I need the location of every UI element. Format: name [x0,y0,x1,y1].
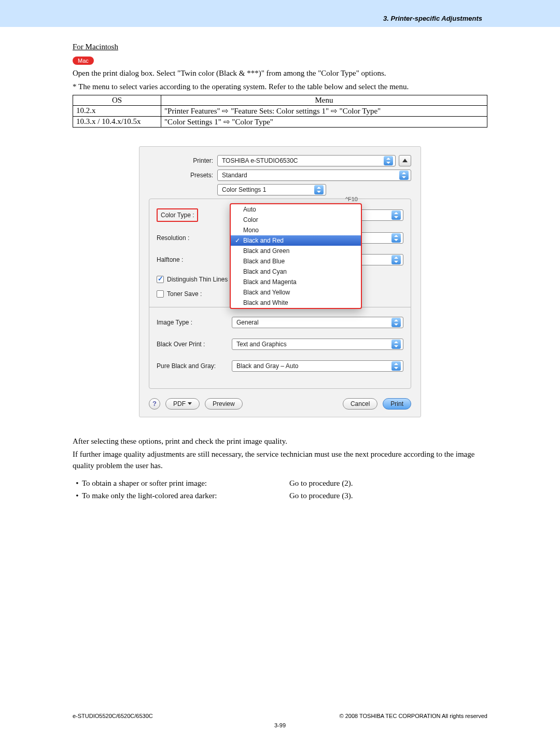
menu-item[interactable]: Black and Magenta [231,277,361,287]
menu-item[interactable]: Black and Blue [231,256,361,266]
chevron-updown-icon [391,210,401,220]
pure-black-gray-select[interactable]: Black and Gray – Auto [232,360,403,372]
menu-item[interactable]: Black and Green [231,246,361,256]
header-section-title: 3. Printer-specific Adjustments [383,15,482,22]
presets-select[interactable]: Standard [217,170,411,181]
panel-section-value: Color Settings 1 [222,186,266,193]
procedure-row: • To make only the light-colored area da… [73,489,487,502]
cancel-button[interactable]: Cancel [343,398,377,410]
page-footer: e-STUDIO5520C/6520C/6530C © 2008 TOSHIBA… [0,713,560,728]
after-p2: If further image quality adjustments are… [73,449,487,472]
printer-label: Printer: [149,157,217,164]
image-type-select[interactable]: General [232,317,403,328]
menu-item[interactable]: Black and White [231,298,361,308]
halftone-label: Halftone : [157,256,232,263]
chevron-updown-icon [391,318,401,327]
chevron-updown-icon [391,255,401,264]
menu-item[interactable]: Mono [231,225,361,235]
menu-item[interactable]: Color [231,215,361,225]
image-type-label: Image Type : [157,319,232,326]
printer-select[interactable]: TOSHIBA e-STUDIO6530C [217,155,396,166]
pdf-button[interactable]: PDF [165,398,200,410]
th-os: OS [73,95,161,105]
color-settings-panel: ^F10 Auto Color Mono Black and Red Black… [149,199,411,389]
menu-item-selected[interactable]: Black and Red [231,235,361,246]
menu-shortcut: ^F10 [345,196,358,202]
mac-print-dialog: Printer: TOSHIBA e-STUDIO6530C Presets: … [139,146,421,417]
footer-page-number: 3-99 [73,722,487,728]
footer-copyright: © 2008 TOSHIBA TEC CORPORATION All right… [340,713,487,719]
presets-label: Presets: [149,172,217,179]
footer-model: e-STUDIO5520C/6520C/6530C [73,713,153,719]
chevron-updown-icon [314,185,324,194]
section-title: For Macintosh [73,43,487,51]
color-type-menu[interactable]: ^F10 Auto Color Mono Black and Red Black… [230,203,362,309]
after-p1: After selecting these options, print and… [73,436,487,447]
mac-badge: Mac [73,57,94,65]
toner-save-checkbox[interactable] [157,290,164,298]
toner-save-label: Toner Save : [167,290,202,298]
panel-section-select[interactable]: Color Settings 1 [217,184,326,195]
print-button[interactable]: Print [383,398,411,410]
table-row: 10.3.x / 10.4.x/10.5x "Color Settings 1"… [73,116,487,127]
note-text: * The menu to select varies according to… [73,81,487,93]
chevron-updown-icon [399,171,409,180]
table-row: 10.2.x "Printer Features" ⇨ "Feature Set… [73,105,487,116]
intro-text: Open the print dialog box. Select "Twin … [73,68,487,79]
chevron-updown-icon [391,233,401,243]
chevron-updown-icon [391,340,401,349]
color-type-label: Color Type : [157,208,198,222]
header-band: 3. Printer-specific Adjustments [0,0,560,27]
pure-black-gray-label: Pure Black and Gray: [157,362,232,370]
menu-item[interactable]: Auto [231,204,361,215]
preview-button[interactable]: Preview [205,398,243,410]
th-menu: Menu [161,95,487,105]
distinguish-lines-checkbox[interactable] [157,276,164,283]
menu-item[interactable]: Black and Cyan [231,266,361,277]
procedure-row: • To obtain a shaper or softer print ima… [73,477,487,489]
help-button[interactable]: ? [149,398,160,410]
presets-value: Standard [222,172,247,179]
black-overprint-select[interactable]: Text and Graphics [232,339,403,350]
distinguish-lines-label: Distinguish Thin Lines : [167,276,231,283]
chevron-down-icon [188,402,192,405]
menu-item[interactable]: Black and Yellow [231,287,361,298]
chevron-updown-icon [384,156,393,165]
disclosure-button[interactable] [399,155,411,166]
os-menu-table: OS Menu 10.2.x "Printer Features" ⇨ "Fea… [73,95,487,128]
resolution-label: Resolution : [157,234,232,242]
printer-value: TOSHIBA e-STUDIO6530C [222,157,298,164]
chevron-updown-icon [391,361,401,371]
black-overprint-label: Black Over Print : [157,341,232,348]
